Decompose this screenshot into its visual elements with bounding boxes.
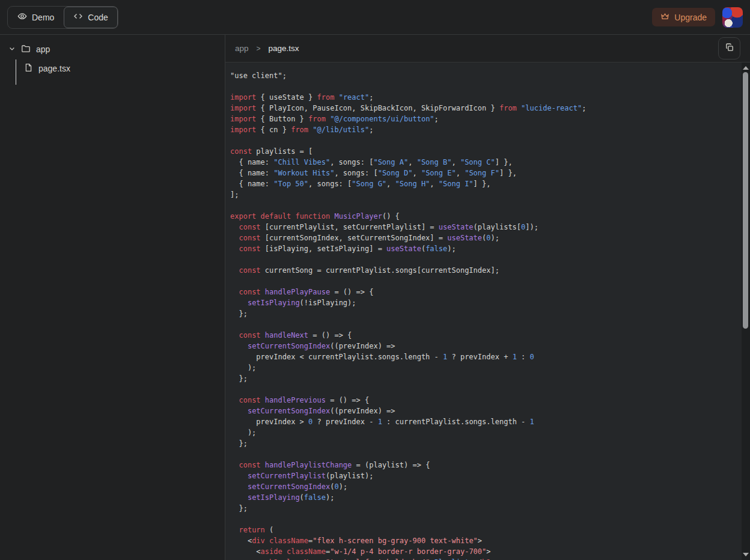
code-line: const handleNext = () => { xyxy=(230,330,742,341)
code-line: { name: "Workout Hits", songs: ["Song D"… xyxy=(230,168,742,178)
code-line: return ( xyxy=(230,525,742,535)
upgrade-button-label: Upgrade xyxy=(674,13,707,22)
tree-guide-line xyxy=(16,59,16,85)
eye-icon xyxy=(17,11,27,23)
demo-button-label: Demo xyxy=(32,13,54,22)
code-line: prevIndex > 0 ? prevIndex - 1 : currentP… xyxy=(230,416,742,427)
code-line xyxy=(230,276,742,287)
code-line: const handlePrevious = () => { xyxy=(230,395,742,406)
tree-item-page-tsx[interactable]: page.tsx xyxy=(0,61,225,76)
code-line xyxy=(230,254,742,265)
copy-icon xyxy=(725,43,734,54)
code-line: }; xyxy=(230,438,742,449)
file-icon xyxy=(24,63,33,74)
code-line: <aside className="w-1/4 p-4 border-r bor… xyxy=(230,546,742,557)
app-window: Demo Code Upgrade xyxy=(0,0,750,560)
upgrade-button[interactable]: Upgrade xyxy=(652,8,715,26)
code-button[interactable]: Code xyxy=(64,7,117,28)
scroll-up-arrow xyxy=(743,66,749,70)
code-line: const currentSong = currentPlaylist.song… xyxy=(230,265,742,276)
code-line: setCurrentSongIndex(0); xyxy=(230,481,742,492)
code-line: setCurrentPlaylist(playlist); xyxy=(230,470,742,481)
code-line xyxy=(230,449,742,460)
crown-icon xyxy=(660,12,669,23)
code-line xyxy=(230,135,742,146)
avatar[interactable] xyxy=(722,7,743,28)
code-line xyxy=(230,200,742,211)
code-line: import { Button } from "@/components/ui/… xyxy=(230,114,742,124)
breadcrumb-segment-app: app xyxy=(235,44,249,53)
code-line: ); xyxy=(230,362,742,373)
folder-icon xyxy=(21,44,31,55)
file-tree: app page.tsx xyxy=(0,35,225,560)
code-line: { name: "Top 50", songs: ["Song G", "Son… xyxy=(230,178,742,189)
view-toggle: Demo Code xyxy=(7,6,118,29)
code-line xyxy=(230,514,742,525)
code-line: export default function MusicPlayer() { xyxy=(230,211,742,222)
code-editor: "use client"; import { useState } from "… xyxy=(225,62,750,560)
code-line: const [currentPlaylist, setCurrentPlayli… xyxy=(230,222,742,233)
code-line: "use client"; xyxy=(230,70,742,81)
code-line xyxy=(230,384,742,395)
code-line: const [isPlaying, setIsPlaying] = useSta… xyxy=(230,243,742,254)
code-line: <div className="flex h-screen bg-gray-90… xyxy=(230,535,742,546)
code-line: ]; xyxy=(230,189,742,200)
code-line: setIsPlaying(!isPlaying); xyxy=(230,297,742,308)
code-line: const handlePlaylistChange = (playlist) … xyxy=(230,460,742,470)
code-line: setCurrentSongIndex((prevIndex) => xyxy=(230,406,742,416)
topbar-right: Upgrade xyxy=(652,7,743,28)
code-line: { name: "Chill Vibes", songs: ["Song A",… xyxy=(230,157,742,168)
code-line: const [currentSongIndex, setCurrentSongI… xyxy=(230,233,742,243)
copy-button[interactable] xyxy=(718,37,740,59)
demo-button[interactable]: Demo xyxy=(8,7,64,28)
code-line: setCurrentSongIndex((prevIndex) => xyxy=(230,341,742,352)
code-line: const playlists = [ xyxy=(230,146,742,157)
scroll-up-button[interactable] xyxy=(742,64,750,72)
tree-item-label: app xyxy=(36,44,50,54)
code-line: <h2 className="text-xl font-bold mb-4">P… xyxy=(230,557,742,560)
main-panel: app > page.tsx "use client"; import { us… xyxy=(225,35,750,560)
code-line: setIsPlaying(false); xyxy=(230,492,742,503)
breadcrumb: app > page.tsx xyxy=(225,35,750,62)
tree-item-label: page.tsx xyxy=(38,64,70,73)
code-line: prevIndex < currentPlaylist.songs.length… xyxy=(230,352,742,362)
code-line: }; xyxy=(230,308,742,319)
topbar: Demo Code Upgrade xyxy=(0,0,750,35)
code-brackets-icon xyxy=(73,11,83,23)
code-line: }; xyxy=(230,503,742,514)
code-button-label: Code xyxy=(88,13,108,22)
breadcrumb-segment-file: page.tsx xyxy=(269,44,299,53)
code-line: ); xyxy=(230,427,742,438)
scroll-down-arrow xyxy=(743,553,749,556)
tree-item-app[interactable]: app xyxy=(0,41,225,57)
code-content[interactable]: "use client"; import { useState } from "… xyxy=(225,62,742,560)
breadcrumb-separator: > xyxy=(257,44,261,53)
tree-children: page.tsx xyxy=(0,61,225,76)
scrollbar-thumb[interactable] xyxy=(743,72,748,329)
code-line: const handlePlayPause = () => { xyxy=(230,287,742,297)
scrollbar[interactable] xyxy=(742,62,750,560)
code-line: import { useState } from "react"; xyxy=(230,92,742,103)
code-line: import { cn } from "@/lib/utils"; xyxy=(230,124,742,135)
code-line xyxy=(230,81,742,92)
chevron-down-icon xyxy=(8,44,16,54)
code-line: import { PlayIcon, PauseIcon, SkipBackIc… xyxy=(230,103,742,114)
code-line: }; xyxy=(230,373,742,384)
code-line xyxy=(230,319,742,330)
scroll-down-button[interactable] xyxy=(742,550,750,559)
